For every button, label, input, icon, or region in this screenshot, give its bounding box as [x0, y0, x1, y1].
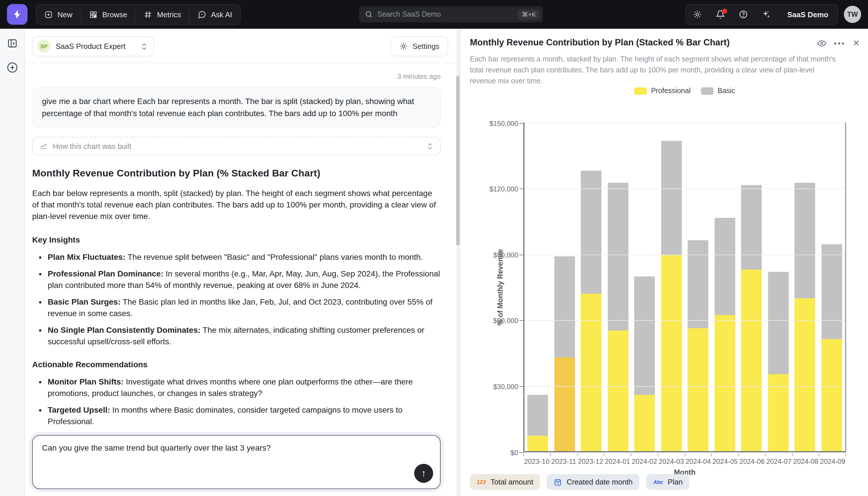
close-icon[interactable]: ✕ — [853, 38, 860, 48]
stacked-bar-2023-10[interactable] — [527, 395, 548, 451]
agent-settings-button[interactable]: Settings — [391, 36, 448, 56]
chat-scroll-area: 3 minutes ago give me a bar chart where … — [32, 63, 440, 428]
segment-basic[interactable] — [661, 141, 682, 254]
segment-professional[interactable] — [581, 294, 602, 451]
more-options-icon[interactable]: ••• — [834, 39, 845, 47]
chat-panel: SP SaaS Product Expert Settings 3 minute… — [25, 29, 460, 496]
how-chart-built-toggle[interactable]: How this chart was built — [32, 137, 440, 155]
y-axis-label: $60,000 — [493, 317, 525, 325]
chat-input[interactable]: Can you give the same trend but quarterl… — [42, 443, 400, 483]
send-button[interactable]: ↑ — [414, 464, 433, 483]
stacked-bar-2024-07[interactable] — [768, 272, 789, 451]
legend-item-professional[interactable]: Professional — [634, 87, 691, 95]
y-axis-label: $120,000 — [489, 185, 525, 193]
gridline — [525, 321, 845, 321]
gridline — [525, 254, 845, 255]
legend-item-basic[interactable]: Basic — [701, 87, 735, 95]
field-tag-created-date-month[interactable]: Created date month — [547, 474, 640, 490]
segment-basic[interactable] — [608, 183, 628, 330]
segment-professional[interactable] — [714, 315, 735, 451]
assistant-response: Monthly Revenue Contribution by Plan (% … — [32, 168, 440, 428]
segment-professional[interactable] — [741, 270, 762, 451]
response-bullet: No Single Plan Consistently Dominates: T… — [48, 324, 440, 347]
stacked-bar-2024-08[interactable] — [794, 183, 816, 451]
segment-professional[interactable] — [661, 254, 682, 451]
segment-basic[interactable] — [821, 245, 842, 339]
bar-slot-2024-01 — [605, 123, 631, 451]
message-timestamp: 3 minutes ago — [32, 73, 440, 80]
legend-swatch — [701, 87, 713, 95]
segment-basic[interactable] — [634, 277, 655, 395]
segment-professional[interactable] — [608, 330, 628, 451]
y-axis-title: % of Monthly Revenue — [496, 122, 504, 452]
chevron-up-down-icon — [427, 142, 433, 150]
segment-professional[interactable] — [768, 374, 789, 451]
notifications-bell-icon[interactable] — [709, 4, 732, 24]
global-search[interactable]: ⌘+K — [359, 6, 543, 22]
field-tag-total-amount[interactable]: 123Total amount — [470, 474, 540, 490]
segment-basic[interactable] — [794, 183, 816, 298]
calendar-icon — [554, 478, 562, 486]
agent-selector[interactable]: SP SaaS Product Expert — [32, 36, 154, 56]
toggle-sidebar-icon[interactable] — [6, 38, 17, 49]
new-thread-plus-icon[interactable] — [6, 62, 18, 74]
x-axis-label: 2023-10 — [523, 458, 550, 466]
x-axis-tick — [739, 453, 766, 456]
gear-icon — [399, 42, 408, 50]
stacked-bar-2023-12[interactable] — [581, 171, 602, 451]
segment-basic[interactable] — [714, 218, 735, 315]
chart-artifact-panel: Monthly Revenue Contribution by Plan (St… — [460, 29, 868, 496]
settings-gear-icon[interactable] — [686, 4, 709, 24]
chat-scrollbar-thumb[interactable] — [456, 76, 460, 245]
stacked-bar-2024-02[interactable] — [634, 277, 655, 451]
segment-basic[interactable] — [554, 257, 575, 358]
sparkles-icon[interactable] — [755, 4, 778, 24]
response-bullet: Professional Plan Dominance: In several … — [48, 267, 440, 291]
segment-professional[interactable] — [634, 395, 655, 451]
nav-item-ask-ai[interactable]: Ask AI — [190, 4, 240, 24]
lightning-logo-icon[interactable] — [7, 4, 28, 25]
response-bullet: Monitor Plan Shifts: Investigate what dr… — [48, 376, 440, 399]
navbar-actions: SaaS Demo — [686, 4, 838, 25]
segment-professional[interactable] — [527, 436, 548, 451]
segment-professional[interactable] — [554, 358, 575, 451]
x-axis-ticks — [523, 453, 846, 456]
legend-label: Professional — [651, 87, 691, 95]
segment-professional[interactable] — [794, 298, 816, 451]
segment-basic[interactable] — [741, 185, 762, 270]
search-shortcut: ⌘+K — [518, 10, 540, 19]
segment-basic[interactable] — [768, 272, 789, 374]
help-icon[interactable] — [732, 4, 755, 24]
app: NewBrowseMetricsAsk AI ⌘+K — [0, 0, 868, 496]
segment-basic[interactable] — [527, 395, 548, 436]
response-bullet: Targeted Upsell: In months where Basic d… — [48, 404, 440, 427]
segment-professional[interactable] — [688, 328, 709, 451]
nav-item-metrics[interactable]: Metrics — [136, 4, 190, 24]
stacked-bar-2024-03[interactable] — [661, 141, 682, 451]
stacked-bar-2023-11[interactable] — [554, 257, 575, 451]
stacked-bar-2024-04[interactable] — [688, 240, 709, 451]
segment-basic[interactable] — [688, 240, 709, 328]
stacked-bar-2024-01[interactable] — [608, 183, 628, 451]
segment-basic[interactable] — [581, 171, 602, 294]
bar-slot-2024-07 — [765, 123, 792, 451]
project-switcher[interactable]: SaaS Demo — [778, 4, 838, 24]
eye-icon[interactable] — [817, 38, 826, 48]
x-axis-tick — [712, 453, 739, 456]
segment-professional[interactable] — [821, 339, 842, 451]
nav-item-browse[interactable]: Browse — [81, 4, 136, 24]
field-tag-plan[interactable]: AbcPlan — [646, 474, 690, 490]
x-axis-tick — [551, 453, 578, 456]
x-axis-label: 2024-03 — [658, 458, 685, 466]
nav-item-label: Metrics — [157, 10, 181, 19]
user-avatar[interactable]: TW — [844, 6, 861, 23]
search-input[interactable] — [377, 10, 518, 18]
chat-input-box[interactable]: Can you give the same trend but quarterl… — [32, 435, 440, 489]
x-axis-label: 2024-07 — [766, 458, 792, 466]
stacked-bar-2024-05[interactable] — [714, 218, 735, 451]
bar-slot-2024-04 — [685, 123, 711, 451]
nav-item-new[interactable]: New — [36, 4, 81, 24]
stacked-bar-2024-06[interactable] — [741, 185, 762, 451]
stacked-bar-2024-09[interactable] — [821, 245, 842, 451]
notification-badge — [722, 9, 727, 14]
